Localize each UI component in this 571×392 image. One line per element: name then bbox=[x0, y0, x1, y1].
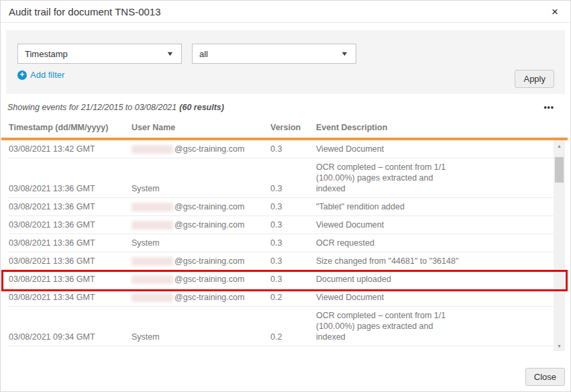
filter-panel: Timestamp ▼ all ▼ + Add filter Apply bbox=[6, 30, 565, 94]
close-button[interactable]: Close bbox=[525, 368, 565, 386]
table-header: Timestamp (dd/MM/yyyy) User Name Version… bbox=[9, 119, 564, 138]
redacted-username bbox=[132, 203, 173, 211]
table-row: 03/08/2021 13:42 GMT @gsc-training.com 0… bbox=[9, 140, 554, 158]
cell-timestamp: 03/08/2021 13:36 GMT bbox=[9, 219, 132, 230]
redacted-username bbox=[132, 275, 173, 284]
cell-version: 0.2 bbox=[270, 332, 316, 342]
cell-description: Size changed from "44681" to "36148" bbox=[316, 256, 460, 266]
chevron-down-icon: ▼ bbox=[166, 50, 174, 57]
cell-username: @gsc-training.com bbox=[132, 201, 270, 212]
column-header-event-description: Event Description bbox=[316, 123, 564, 132]
cell-timestamp: 03/08/2021 13:36 GMT bbox=[9, 238, 132, 248]
column-header-username: User Name bbox=[132, 123, 270, 132]
table-scrollbar[interactable]: ▲ ▼ bbox=[554, 140, 565, 351]
cell-timestamp: 03/08/2021 13:34 GMT bbox=[9, 292, 132, 303]
scroll-down-icon[interactable]: ▼ bbox=[554, 340, 565, 351]
redacted-username bbox=[132, 257, 173, 266]
close-icon[interactable]: × bbox=[549, 5, 561, 19]
results-summary-text: Showing events for 21/12/2015 to 03/08/2… bbox=[7, 103, 176, 112]
redacted-username bbox=[132, 293, 173, 302]
dialog-titlebar: Audit trail for document TNS-0013 × bbox=[1, 1, 570, 23]
table-row: 03/08/2021 13:34 GMT @gsc-training.com 0… bbox=[9, 289, 554, 307]
filter-value-dropdown[interactable]: all ▼ bbox=[192, 44, 356, 64]
table-row: 03/08/2021 13:36 GMT System 0.3 OCR requ… bbox=[9, 234, 554, 252]
redacted-username bbox=[132, 145, 173, 154]
cell-username: System bbox=[132, 238, 270, 248]
cell-username: @gsc-training.com bbox=[132, 144, 270, 154]
cell-description: Viewed Document bbox=[316, 292, 460, 303]
cell-version: 0.3 bbox=[270, 256, 316, 266]
table-row: 03/08/2021 09:34 GMT System 0.2 OCR comp… bbox=[9, 307, 554, 346]
results-summary: Showing events for 21/12/2015 to 03/08/2… bbox=[7, 103, 224, 112]
cell-timestamp: 03/08/2021 13:36 GMT bbox=[9, 274, 132, 285]
cell-version: 0.3 bbox=[270, 144, 316, 154]
cell-description: "Tablet" rendition added bbox=[316, 201, 460, 212]
cell-version: 0.3 bbox=[270, 238, 316, 248]
scrollbar-thumb[interactable] bbox=[555, 157, 564, 183]
cell-version: 0.3 bbox=[270, 219, 316, 230]
cell-description: OCR completed – content from 1/1 (100.00… bbox=[316, 310, 460, 342]
results-count: (60 results) bbox=[179, 103, 224, 112]
add-filter-link[interactable]: + Add filter bbox=[17, 70, 64, 80]
table-row: 03/08/2021 13:36 GMT System 0.3 OCR comp… bbox=[9, 158, 554, 198]
cell-description: Viewed Document bbox=[316, 144, 460, 154]
table-row: 03/08/2021 13:36 GMT @gsc-training.com 0… bbox=[9, 252, 554, 271]
results-row: Showing events for 21/12/2015 to 03/08/2… bbox=[7, 103, 554, 112]
cell-timestamp: 03/08/2021 09:34 GMT bbox=[9, 332, 132, 342]
cell-timestamp: 03/08/2021 13:36 GMT bbox=[9, 201, 132, 212]
column-header-timestamp: Timestamp (dd/MM/yyyy) bbox=[9, 123, 132, 132]
scroll-up-icon[interactable]: ▲ bbox=[554, 140, 565, 151]
cell-version: 0.3 bbox=[270, 274, 316, 285]
cell-description: OCR completed – content from 1/1 (100.00… bbox=[316, 162, 460, 194]
more-options-icon[interactable]: ••• bbox=[543, 103, 554, 111]
filter-field-selected-value: Timestamp bbox=[25, 49, 68, 59]
cell-username: System bbox=[132, 183, 270, 194]
cell-username: System bbox=[132, 332, 270, 342]
chevron-down-icon: ▼ bbox=[340, 50, 348, 57]
apply-button[interactable]: Apply bbox=[515, 70, 554, 88]
column-header-version: Version bbox=[270, 123, 316, 132]
cell-description: Document uploaded bbox=[316, 274, 460, 285]
cell-timestamp: 03/08/2021 13:36 GMT bbox=[9, 256, 132, 266]
cell-description: OCR requested bbox=[316, 238, 460, 248]
dialog-footer: Close bbox=[525, 368, 565, 386]
filter-field-dropdown[interactable]: Timestamp ▼ bbox=[17, 44, 182, 64]
plus-icon: + bbox=[17, 70, 27, 80]
cell-timestamp: 03/08/2021 13:36 GMT bbox=[9, 183, 132, 194]
filter-value-selected-value: all bbox=[199, 49, 208, 59]
cell-timestamp: 03/08/2021 13:42 GMT bbox=[9, 144, 132, 154]
add-filter-label: Add filter bbox=[30, 70, 64, 80]
audit-table: Timestamp (dd/MM/yyyy) User Name Version… bbox=[1, 119, 570, 351]
cell-description: Viewed Document bbox=[316, 219, 460, 230]
dialog-title: Audit trail for document TNS-0013 bbox=[9, 6, 161, 17]
cell-version: 0.2 bbox=[270, 292, 316, 303]
audit-trail-dialog: Audit trail for document TNS-0013 × Time… bbox=[0, 0, 571, 392]
table-row: 03/08/2021 13:36 GMT @gsc-training.com 0… bbox=[9, 271, 554, 289]
table-rows-viewport: 03/08/2021 13:42 GMT @gsc-training.com 0… bbox=[9, 140, 554, 351]
cell-version: 0.3 bbox=[270, 201, 316, 212]
cell-username: @gsc-training.com bbox=[132, 256, 270, 266]
cell-username: @gsc-training.com bbox=[132, 219, 270, 230]
table-row: 03/08/2021 13:36 GMT @gsc-training.com 0… bbox=[9, 198, 554, 216]
cell-version: 0.3 bbox=[270, 183, 316, 194]
cell-username: @gsc-training.com bbox=[132, 274, 270, 285]
redacted-username bbox=[132, 221, 173, 230]
cell-username: @gsc-training.com bbox=[132, 292, 270, 303]
table-row: 03/08/2021 13:36 GMT @gsc-training.com 0… bbox=[9, 216, 554, 234]
